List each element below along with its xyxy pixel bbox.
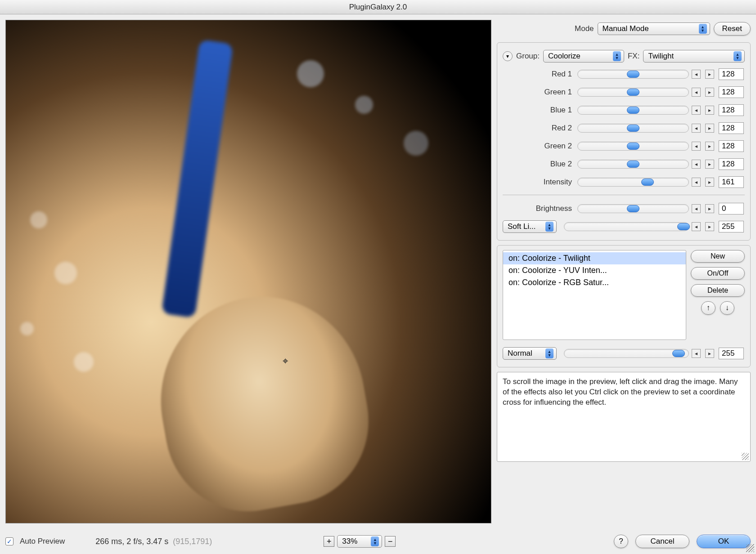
cancel-button[interactable]: Cancel bbox=[635, 535, 689, 548]
effect-list-item[interactable]: on: Coolorize - RGB Satur... bbox=[503, 277, 686, 289]
move-up-button[interactable]: ↑ bbox=[701, 301, 716, 315]
step-left-button[interactable]: ◂ bbox=[692, 70, 701, 79]
help-button[interactable]: ? bbox=[614, 535, 628, 548]
group-select[interactable]: Coolorize ▲▼ bbox=[543, 50, 624, 63]
color-slider-row: Green 1◂▸128 bbox=[503, 83, 745, 101]
window-resize-handle-icon[interactable] bbox=[746, 544, 754, 552]
window-title: PluginGalaxy 2.0 bbox=[349, 3, 407, 12]
zoom-select[interactable]: 33% ▲▼ bbox=[337, 535, 382, 548]
step-right-button[interactable]: ▸ bbox=[705, 124, 714, 133]
blend-value[interactable]: 255 bbox=[719, 221, 744, 232]
effect-list-item[interactable]: on: Coolorize - Twilight bbox=[503, 252, 686, 264]
slider-thumb[interactable] bbox=[677, 223, 690, 230]
color-slider[interactable] bbox=[577, 106, 689, 115]
master-slider-row: Normal ▲▼ ◂ ▸ 255 bbox=[503, 344, 745, 362]
step-left-button[interactable]: ◂ bbox=[692, 349, 701, 358]
resize-handle-icon[interactable] bbox=[742, 453, 749, 460]
effect-list-item[interactable]: on: Coolorize - YUV Inten... bbox=[503, 264, 686, 277]
step-right-button[interactable]: ▸ bbox=[705, 204, 714, 213]
slider-label: Blue 2 bbox=[503, 160, 575, 169]
color-slider[interactable] bbox=[577, 88, 689, 97]
brightness-slider[interactable] bbox=[577, 204, 689, 213]
step-left-button[interactable]: ◂ bbox=[692, 160, 701, 169]
group-label: Group: bbox=[516, 52, 540, 61]
color-slider-row: Green 2◂▸128 bbox=[503, 137, 745, 155]
color-slider-row: Red 1◂▸128 bbox=[503, 65, 745, 83]
slider-thumb[interactable] bbox=[627, 107, 639, 114]
slider-value[interactable]: 128 bbox=[719, 86, 744, 98]
slider-label: Green 2 bbox=[503, 142, 575, 151]
fx-select[interactable]: Twilight ▲▼ bbox=[643, 50, 745, 63]
color-slider[interactable] bbox=[577, 178, 689, 187]
slider-value[interactable]: 128 bbox=[719, 68, 744, 80]
image-preview[interactable]: ⌖ bbox=[5, 20, 491, 523]
slider-value[interactable]: 161 bbox=[719, 176, 744, 188]
mode-label: Mode bbox=[575, 24, 594, 33]
updown-arrows-icon: ▲▼ bbox=[734, 51, 742, 61]
ok-button[interactable]: OK bbox=[697, 535, 751, 548]
window-titlebar: PluginGalaxy 2.0 bbox=[0, 0, 756, 14]
effect-list[interactable]: on: Coolorize - Twilighton: Coolorize - … bbox=[503, 250, 686, 340]
step-left-button[interactable]: ◂ bbox=[692, 106, 701, 115]
step-left-button[interactable]: ◂ bbox=[692, 88, 701, 97]
color-slider-row: Intensity◂▸161 bbox=[503, 173, 745, 191]
color-slider[interactable] bbox=[577, 70, 689, 79]
onoff-button[interactable]: On/Off bbox=[691, 267, 745, 280]
color-slider-row: Red 2◂▸128 bbox=[503, 119, 745, 137]
reset-button[interactable]: Reset bbox=[714, 22, 751, 36]
master-value[interactable]: 255 bbox=[719, 348, 744, 359]
collapse-toggle[interactable]: ▾ bbox=[503, 51, 513, 61]
updown-arrows-icon: ▲▼ bbox=[613, 51, 621, 61]
blend-slider-row: Soft Li... ▲▼ ◂ ▸ 255 bbox=[503, 218, 745, 236]
step-right-button[interactable]: ▸ bbox=[705, 106, 714, 115]
slider-thumb[interactable] bbox=[627, 71, 639, 78]
new-button[interactable]: New bbox=[691, 250, 745, 263]
slider-label: Green 1 bbox=[503, 88, 575, 97]
zoom-in-button[interactable]: + bbox=[324, 536, 334, 547]
color-slider[interactable] bbox=[577, 160, 689, 169]
step-right-button[interactable]: ▸ bbox=[705, 222, 714, 231]
auto-preview-checkbox[interactable]: ✓ bbox=[5, 537, 14, 545]
brightness-slider-row: Brightness ◂ ▸ 0 bbox=[503, 200, 745, 218]
updown-arrows-icon: ▲▼ bbox=[699, 24, 707, 34]
delete-button[interactable]: Delete bbox=[691, 284, 745, 297]
step-right-button[interactable]: ▸ bbox=[705, 142, 714, 151]
slider-thumb[interactable] bbox=[641, 179, 654, 186]
slider-thumb[interactable] bbox=[627, 161, 639, 168]
step-left-button[interactable]: ◂ bbox=[692, 142, 701, 151]
color-slider[interactable] bbox=[577, 124, 689, 133]
slider-label: Intensity bbox=[503, 178, 575, 187]
step-left-button[interactable]: ◂ bbox=[692, 178, 701, 187]
master-mode-select[interactable]: Normal ▲▼ bbox=[503, 347, 557, 360]
step-right-button[interactable]: ▸ bbox=[705, 70, 714, 79]
slider-thumb[interactable] bbox=[627, 205, 639, 212]
brightness-label: Brightness bbox=[503, 204, 575, 213]
render-stats: 266 ms, 2 f/s, 3.47 s (915,1791) bbox=[95, 537, 212, 546]
step-right-button[interactable]: ▸ bbox=[705, 349, 714, 358]
step-right-button[interactable]: ▸ bbox=[705, 88, 714, 97]
step-right-button[interactable]: ▸ bbox=[705, 160, 714, 169]
slider-thumb[interactable] bbox=[672, 350, 685, 357]
color-slider[interactable] bbox=[577, 142, 689, 151]
slider-value[interactable]: 128 bbox=[719, 158, 744, 170]
slider-thumb[interactable] bbox=[627, 143, 639, 150]
slider-value[interactable]: 128 bbox=[719, 122, 744, 134]
blend-slider[interactable] bbox=[564, 222, 689, 231]
slider-label: Red 1 bbox=[503, 70, 575, 79]
step-right-button[interactable]: ▸ bbox=[705, 178, 714, 187]
mode-select[interactable]: Manual Mode ▲▼ bbox=[598, 22, 710, 35]
master-slider[interactable] bbox=[564, 349, 689, 358]
move-down-button[interactable]: ↓ bbox=[720, 301, 734, 315]
auto-preview-label: Auto Preview bbox=[20, 537, 65, 546]
step-left-button[interactable]: ◂ bbox=[692, 124, 701, 133]
slider-thumb[interactable] bbox=[627, 89, 639, 96]
brightness-value[interactable]: 0 bbox=[719, 203, 744, 214]
blend-mode-select[interactable]: Soft Li... ▲▼ bbox=[503, 220, 557, 233]
slider-value[interactable]: 128 bbox=[719, 140, 744, 152]
zoom-out-button[interactable]: − bbox=[385, 536, 396, 547]
step-left-button[interactable]: ◂ bbox=[692, 222, 701, 231]
slider-value[interactable]: 128 bbox=[719, 104, 744, 116]
slider-thumb[interactable] bbox=[627, 125, 639, 132]
color-slider-row: Blue 2◂▸128 bbox=[503, 155, 745, 173]
step-left-button[interactable]: ◂ bbox=[692, 204, 701, 213]
